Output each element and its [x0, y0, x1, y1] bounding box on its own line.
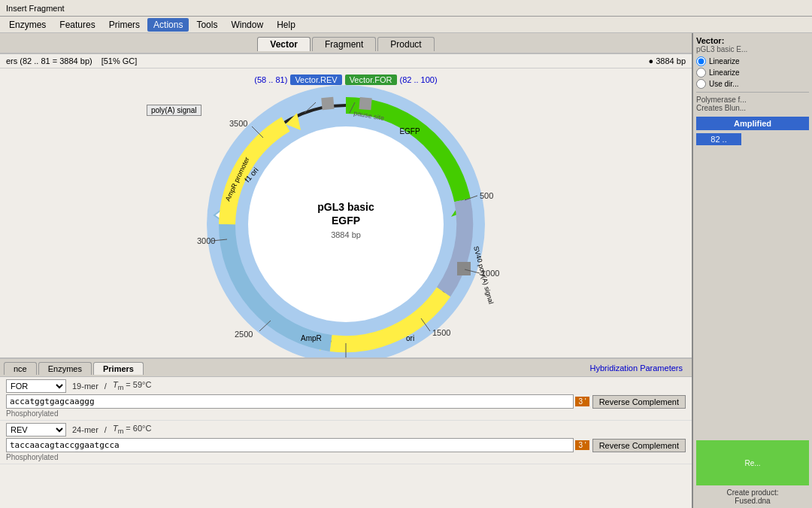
primer-2-select[interactable]: REV: [6, 423, 66, 437]
seq-length: ● 3884 bp: [649, 56, 686, 65]
primer-2-three-prime: 3 ': [575, 440, 589, 450]
svg-text:ori: ori: [406, 334, 414, 342]
svg-rect-4: [321, 97, 334, 110]
menu-tools[interactable]: Tools: [190, 18, 223, 32]
menu-enzymes[interactable]: Enzymes: [3, 18, 52, 32]
svg-text:500: 500: [480, 191, 493, 200]
polymerase-info: Polymerase f... Creates Blun...: [696, 92, 809, 112]
primer-1-three-prime: 3 ': [575, 397, 589, 406]
radio-linearize-1[interactable]: Linearize: [696, 56, 809, 66]
primer-1-seq-row: 3 ' Reverse Complement: [6, 394, 686, 409]
amplified-value: 82 ..: [696, 133, 741, 145]
svg-text:3884 bp: 3884 bp: [331, 230, 361, 239]
create-product-label: Create product: Fused.dna: [696, 488, 809, 505]
primer-1-tm-val: Tm = 59°C: [113, 380, 152, 391]
seq-gc: [51% GC]: [102, 56, 138, 65]
seq-info-bar: ers (82 .. 81 = 3884 bp) [51% GC] ● 3884…: [0, 54, 692, 68]
tab-bar: Vector Fragment Product: [0, 33, 692, 54]
tab-vector[interactable]: Vector: [257, 37, 311, 51]
title-text: Insert Fragment: [6, 4, 65, 13]
seq-range: ers (82 .. 81 = 3884 bp): [6, 56, 92, 65]
main-container: Vector Fragment Product ers (82 .. 81 = …: [0, 33, 812, 508]
right-panel-title-label: Vector:: [696, 36, 809, 45]
primer-2-slash: /: [105, 425, 107, 434]
tab-fragment[interactable]: Fragment: [312, 37, 376, 51]
center-area: Vector Fragment Product ers (82 .. 81 = …: [0, 33, 692, 508]
primer-2-seq-row: 3 ' Reverse Complement: [6, 438, 686, 452]
primer-2-mer: 24-mer: [72, 425, 98, 434]
primer-1-phosphorylated: Phosphorylated: [6, 409, 686, 418]
primer-1-tm: /: [105, 382, 107, 391]
primer-2-tm-val: Tm = 60°C: [113, 424, 152, 435]
svg-text:EGFP: EGFP: [399, 127, 420, 135]
menu-primers[interactable]: Primers: [103, 18, 146, 32]
primer-1-mer: 19-mer: [72, 382, 98, 391]
svg-text:AmpR: AmpR: [301, 334, 322, 342]
primer-2-header: REV 24-mer / Tm = 60°C: [6, 423, 686, 437]
primer-1-header: FOR 19-mer / Tm = 59°C: [6, 379, 686, 393]
primer-row-2: REV 24-mer / Tm = 60°C 3 ' Reverse Compl…: [0, 421, 692, 464]
svg-text:3000: 3000: [197, 236, 215, 245]
svg-text:2500: 2500: [235, 330, 253, 339]
menu-help[interactable]: Help: [271, 18, 301, 32]
plasmid-area: (58 .. 81) Vector.REV Vector.FOR (82 .. …: [0, 68, 692, 357]
svg-text:1500: 1500: [432, 328, 450, 337]
primer-1-sequence[interactable]: [6, 394, 574, 409]
svg-text:3500: 3500: [229, 119, 247, 128]
radio-group: Linearize Linearize Use dir...: [696, 56, 809, 89]
tab-nce[interactable]: nce: [4, 362, 37, 375]
bottom-panel: nce Enzymes Primers Hybridization Parame…: [0, 357, 692, 508]
primer-1-reverse-complement[interactable]: Reverse Complement: [592, 395, 686, 409]
svg-rect-5: [359, 97, 371, 110]
amplified-button[interactable]: Amplified: [696, 117, 809, 130]
seq-info-left: ers (82 .. 81 = 3884 bp) [51% GC]: [6, 56, 137, 65]
menu-features[interactable]: Features: [53, 18, 101, 32]
title-bar: Insert Fragment: [0, 0, 812, 17]
svg-text:pGL3 basic: pGL3 basic: [317, 201, 374, 213]
primer-2-reverse-complement[interactable]: Reverse Complement: [592, 439, 686, 452]
primer-1-select[interactable]: FOR: [6, 379, 66, 393]
green-area: Re...: [696, 440, 809, 485]
menu-actions[interactable]: Actions: [147, 18, 189, 32]
hybridization-params-link[interactable]: Hybridization Parameters: [584, 362, 689, 374]
tab-product[interactable]: Product: [377, 37, 434, 51]
bottom-tabs: nce Enzymes Primers Hybridization Parame…: [0, 359, 692, 377]
radio-linearize-2[interactable]: Linearize: [696, 68, 809, 78]
right-panel-subtitle: pGL3 basic E...: [696, 45, 809, 53]
svg-rect-6: [457, 262, 471, 275]
right-panel-bottom: Re... Create product: Fused.dna: [696, 440, 809, 505]
tab-primers[interactable]: Primers: [93, 362, 144, 375]
primer-2-sequence[interactable]: [6, 438, 574, 452]
radio-use-dir[interactable]: Use dir...: [696, 79, 809, 89]
primer-2-phosphorylated: Phosphorylated: [6, 453, 686, 461]
tab-enzymes[interactable]: Enzymes: [38, 362, 92, 375]
menu-bar: Enzymes Features Primers Actions Tools W…: [0, 17, 812, 33]
plasmid-diagram: 500 1000 1500 2000 2500: [188, 74, 504, 357]
menu-window[interactable]: Window: [225, 18, 269, 32]
primer-row-1: FOR 19-mer / Tm = 59°C 3 ' Reverse Compl…: [0, 377, 692, 421]
svg-text:EGFP: EGFP: [332, 214, 360, 227]
right-panel: Vector: pGL3 basic E... Linearize Linear…: [692, 33, 812, 508]
